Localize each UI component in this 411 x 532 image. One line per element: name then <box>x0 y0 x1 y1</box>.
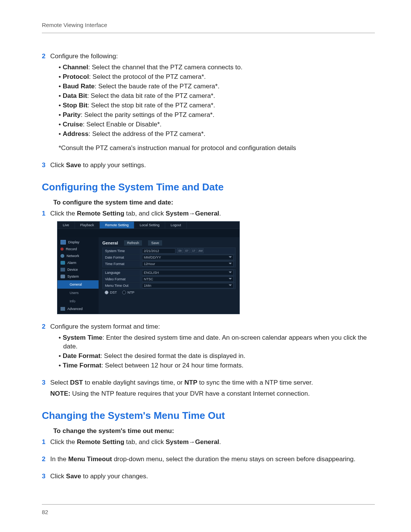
sidebar-sub-general[interactable]: General <box>57 280 99 289</box>
text: . <box>219 438 221 446</box>
dst-radio[interactable]: DST <box>105 290 117 295</box>
ptz-bullets: Channel: Select the channel that the PTZ… <box>42 63 375 139</box>
sidebar-sub-label: Users <box>61 290 79 296</box>
dvr-stripe <box>57 229 239 237</box>
sidebar-item-device[interactable]: Device <box>57 266 99 273</box>
step-text: Click Save to apply your changes. <box>50 472 375 481</box>
select-video-format[interactable]: NTSC <box>142 276 234 282</box>
bold: NTP <box>184 379 197 386</box>
chevron-down-icon <box>229 263 232 264</box>
step-number: 3 <box>42 379 50 387</box>
bullet-item: Parity: Select the parity settings of th… <box>59 111 375 120</box>
dvr-tabs: LivePlaybackRemote SettingLocal SettingL… <box>57 222 239 229</box>
text: to enable daylight savings time, or <box>83 379 184 386</box>
page-header: Remote Viewing Interface <box>42 21 375 33</box>
text: Click the <box>50 210 77 217</box>
bold: General <box>195 210 219 217</box>
field-container: NTSC <box>140 276 235 282</box>
sidebar-item-advanced[interactable]: Advanced <box>57 305 99 312</box>
bullet-label: Date Format <box>63 352 100 359</box>
sidebar-item-alarm[interactable]: Alarm <box>57 259 99 266</box>
sidebar-label: Device <box>67 267 78 272</box>
select-time-format[interactable]: 12Hour <box>142 261 234 267</box>
bullet-item: Protocol: Select the protocol of the PTZ… <box>59 73 375 81</box>
record-icon <box>61 248 64 251</box>
ptz-step-3: 3 Click Save to apply your settings. <box>42 161 375 170</box>
select-menu-time-out[interactable]: 1Min <box>142 283 234 288</box>
bullet-text: : Select the baude rate of the PTZ camer… <box>95 83 220 90</box>
ptz-footnote: *Consult the PTZ camera's instruction ma… <box>59 144 375 153</box>
step-number: 3 <box>42 161 50 170</box>
bullet-text: : Select the protocol of the PTZ camera*… <box>89 73 206 80</box>
bold: Save <box>66 161 81 169</box>
bullet-item: Address: Select the address of the PTZ c… <box>59 130 375 139</box>
dvr-rows-group-1: System Time2/21/2012090717AMDate FormatM… <box>102 248 236 267</box>
dvr-radio-row: DST NTP <box>102 289 236 296</box>
step-number: 1 <box>42 438 50 447</box>
ptz-step-2: 2 Configure the following: Channel: Sele… <box>42 52 375 152</box>
note-text: Using the NTP feature requires that your… <box>70 390 310 397</box>
dvr-tab-remote-setting[interactable]: Remote Setting <box>100 222 134 228</box>
refresh-button[interactable]: Refresh <box>124 240 142 246</box>
step-text: Click the Remote Setting tab, and click … <box>50 438 375 447</box>
bullet-text: : Enter the desired system time and date… <box>63 334 367 350</box>
select-value: NTSC <box>144 277 153 281</box>
time-segment[interactable]: 17 <box>191 248 197 253</box>
step-text: In the Menu Timeout drop-down menu, sele… <box>50 455 375 464</box>
text: Click <box>50 161 66 169</box>
dvr-tab-logout[interactable]: Logout <box>165 222 187 228</box>
dvr-tab-playback[interactable]: Playback <box>75 222 100 228</box>
sidebar-label: Advanced <box>67 307 83 311</box>
step-number: 1 <box>42 209 50 218</box>
bullet-label: Data Bit <box>63 92 87 99</box>
step-text: Click Save to apply your settings. <box>50 161 375 170</box>
sidebar-sub-users[interactable]: Users <box>57 289 99 297</box>
select-date-format[interactable]: MM/DD/YY <box>142 255 234 260</box>
time-segment[interactable]: AM <box>198 248 204 253</box>
select-value: ENGLISH <box>144 270 159 275</box>
dvr-content: General Refresh Save System Time2/21/201… <box>99 237 239 314</box>
step-number: 2 <box>42 323 50 331</box>
select-value: 12Hour <box>144 262 155 266</box>
s2-step-3: 3 Click Save to apply your changes. <box>42 472 375 481</box>
sidebar-label: Network <box>67 254 79 258</box>
dvr-tab-local-setting[interactable]: Local Setting <box>134 222 165 228</box>
sidebar-item-display[interactable]: Display <box>57 239 99 246</box>
dvr-tab-live[interactable]: Live <box>57 222 75 228</box>
label: NTP <box>127 290 134 295</box>
bullet-text: : Select the channel that the PTZ camera… <box>88 64 242 71</box>
bullet-label: System Time <box>63 334 103 341</box>
bold: Remote Setting <box>77 210 124 217</box>
time-segment[interactable]: 07 <box>184 248 190 253</box>
sidebar-item-network[interactable]: Network <box>57 252 99 259</box>
bold: System <box>166 210 188 217</box>
time-segment[interactable]: 09 <box>177 248 183 253</box>
field-container: 1Min <box>140 283 235 289</box>
field-container: 12Hour <box>140 261 235 267</box>
bullet-label: Channel <box>63 64 88 71</box>
sidebar-sub-label: Info <box>61 298 75 304</box>
step-number: 3 <box>42 472 50 481</box>
sidebar-item-system[interactable]: System <box>57 273 99 280</box>
save-button[interactable]: Save <box>148 240 162 246</box>
chevron-down-icon <box>229 272 232 273</box>
bullet-label: Address <box>63 130 89 137</box>
bullet-text: : Select the parity settings of the PTZ … <box>81 111 215 118</box>
chevron-down-icon <box>229 284 232 286</box>
dvr-sidebar: DisplayRecordNetworkAlarmDeviceSystemGen… <box>57 237 99 314</box>
sidebar-sub-info[interactable]: Info <box>57 297 99 305</box>
section-heading-time-date: Configuring the System Time and Date <box>42 181 375 194</box>
text: . <box>219 210 221 217</box>
date-input[interactable]: 2/21/2012 <box>142 248 175 254</box>
step-number: 2 <box>42 455 50 464</box>
s1-step-2: 2 Configure the system format and time: … <box>42 323 375 370</box>
bold: DST <box>70 379 83 386</box>
dvr-rows-group-2: LanguageENGLISHVideo FormatNTSCMenu Time… <box>102 269 236 289</box>
dvr-row-language: LanguageENGLISH <box>102 269 236 276</box>
ntp-radio[interactable]: NTP <box>122 290 134 295</box>
bold: Save <box>66 473 81 480</box>
select-language[interactable]: ENGLISH <box>142 270 234 275</box>
text: to apply your settings. <box>81 161 146 169</box>
alarm-icon <box>61 261 65 265</box>
sidebar-item-record[interactable]: Record <box>57 246 99 252</box>
